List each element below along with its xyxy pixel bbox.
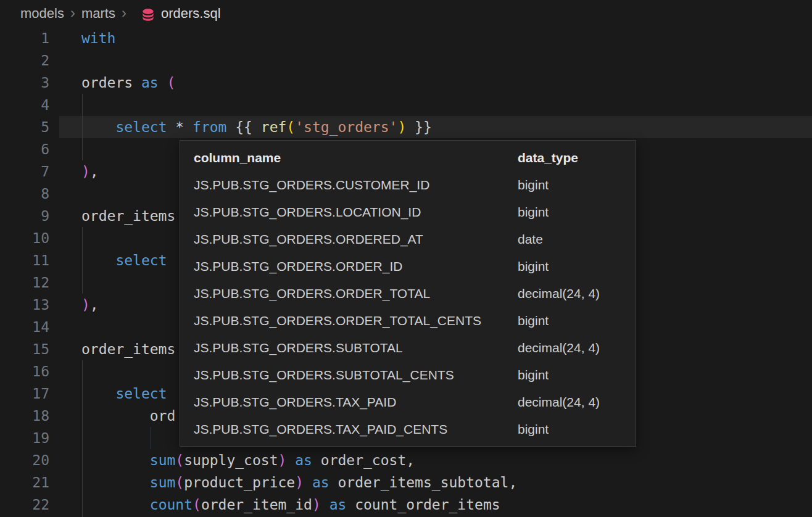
code-token: as <box>312 474 329 490</box>
column-name-cell: JS.PUB.STG_ORDERS.TAX_PAID_CENTS <box>194 416 518 443</box>
code-token: count <box>150 497 193 513</box>
code-text[interactable]: order_items <box>81 338 175 360</box>
code-text[interactable]: ), <box>81 294 99 316</box>
code-token <box>81 252 115 268</box>
column-name-cell: JS.PUB.STG_ORDERS.CUSTOMER_ID <box>194 172 518 199</box>
line-number[interactable]: 1 <box>0 27 49 49</box>
line-number[interactable]: 13 <box>0 294 49 316</box>
code-text[interactable]: select * from {{ ref('stg_orders') }} <box>81 116 432 138</box>
code-token: as <box>329 497 347 513</box>
code-line-21[interactable]: 21 sum(product_price) as order_items_sub… <box>0 471 812 494</box>
line-number[interactable]: 16 <box>0 360 49 383</box>
code-token: order_items <box>81 341 175 357</box>
code-token: order_item_id <box>201 497 312 513</box>
hover-table-row: JS.PUB.STG_ORDERS.ORDERED_ATdate <box>194 226 636 253</box>
hover-table-row: JS.PUB.STG_ORDERS.LOCATION_IDbigint <box>194 199 636 226</box>
code-token: ( <box>167 75 176 91</box>
line-number[interactable]: 4 <box>0 94 49 116</box>
code-token: ord <box>81 408 175 424</box>
line-number[interactable]: 14 <box>0 316 49 338</box>
code-token: order_items_subtotal, <box>329 474 518 490</box>
code-line-3[interactable]: 3orders as ( <box>0 72 812 94</box>
code-line-20[interactable]: 20 sum(supply_cost) as order_cost, <box>0 449 812 471</box>
code-line-2[interactable]: 2 <box>0 49 812 72</box>
data-type-cell: decimal(24, 4) <box>518 280 636 307</box>
code-text[interactable]: ord <box>81 405 175 427</box>
code-text[interactable]: count(order_item_id) as count_order_item… <box>81 494 500 516</box>
code-line-1[interactable]: 1with <box>0 27 812 49</box>
line-number[interactable]: 3 <box>0 72 49 94</box>
data-type-header: data_type <box>518 144 636 172</box>
code-text[interactable]: select <box>81 383 167 405</box>
line-number[interactable]: 21 <box>0 471 49 494</box>
indent-guide <box>82 94 83 160</box>
chevron-right-icon: › <box>122 4 126 22</box>
line-number[interactable]: 7 <box>0 160 49 183</box>
data-type-cell: decimal(24, 4) <box>518 389 636 416</box>
breadcrumb-item-marts[interactable]: marts <box>81 6 115 22</box>
data-type-cell: bigint <box>518 307 636 334</box>
code-line-4[interactable]: 4 <box>0 94 812 116</box>
code-token: ) <box>312 497 321 513</box>
code-token: as <box>141 75 159 91</box>
code-line-5[interactable]: 5 select * from {{ ref('stg_orders') }} <box>0 116 812 138</box>
line-number[interactable]: 19 <box>0 427 49 449</box>
code-token: , <box>90 163 99 180</box>
line-number[interactable]: 17 <box>0 383 49 405</box>
line-number[interactable]: 9 <box>0 205 49 227</box>
indent-guide <box>151 427 151 449</box>
code-token <box>321 497 329 513</box>
line-number[interactable]: 20 <box>0 449 49 471</box>
line-number[interactable]: 6 <box>0 138 49 160</box>
code-token: ) <box>81 297 90 313</box>
line-number[interactable]: 11 <box>0 249 49 271</box>
code-line-22[interactable]: 22 count(order_item_id) as count_order_i… <box>0 494 812 516</box>
line-number[interactable]: 15 <box>0 338 49 360</box>
column-name-cell: JS.PUB.STG_ORDERS.LOCATION_ID <box>194 199 518 226</box>
code-token: ( <box>193 497 201 513</box>
hover-table-row: JS.PUB.STG_ORDERS.ORDER_TOTALdecimal(24,… <box>194 280 636 307</box>
code-text[interactable]: sum(supply_cost) as order_cost, <box>81 449 415 471</box>
code-token: ( <box>175 452 184 468</box>
column-name-cell: JS.PUB.STG_ORDERS.ORDERED_AT <box>194 226 518 253</box>
column-name-header: column_name <box>194 144 518 172</box>
code-token: ) <box>278 452 287 468</box>
line-number[interactable]: 2 <box>0 49 49 72</box>
database-icon <box>140 7 156 23</box>
code-token: 'stg_orders' <box>295 119 397 135</box>
indent-guide <box>82 227 83 294</box>
hover-table-row: JS.PUB.STG_ORDERS.SUBTOTAL_CENTSbigint <box>194 362 636 389</box>
code-token: order_items <box>81 208 175 224</box>
code-text[interactable]: sum(product_price) as order_items_subtot… <box>81 471 517 494</box>
line-number[interactable]: 8 <box>0 183 49 205</box>
line-number[interactable]: 12 <box>0 271 49 294</box>
hover-table-row: JS.PUB.STG_ORDERS.CUSTOMER_IDbigint <box>194 172 636 199</box>
code-token <box>81 119 115 135</box>
breadcrumb-item-models[interactable]: models <box>20 6 64 22</box>
editor-window: models › marts › orders.sql 1with23order… <box>0 0 812 517</box>
breadcrumb-item-file[interactable]: orders.sql <box>161 6 221 22</box>
data-type-cell: bigint <box>518 362 636 389</box>
code-token <box>286 452 295 468</box>
code-text[interactable]: with <box>81 27 115 49</box>
code-token: count_order_items <box>346 497 500 513</box>
code-token: ) <box>295 474 304 490</box>
line-number[interactable]: 10 <box>0 227 49 249</box>
code-text[interactable]: ), <box>81 160 99 183</box>
code-token: from <box>193 119 226 135</box>
code-token <box>81 474 150 490</box>
hover-popup: column_name data_type JS.PUB.STG_ORDERS.… <box>180 140 636 447</box>
code-token <box>81 497 150 513</box>
data-type-cell: date <box>518 226 636 253</box>
code-text[interactable]: orders as ( <box>81 72 175 94</box>
line-number[interactable]: 18 <box>0 405 49 427</box>
column-name-cell: JS.PUB.STG_ORDERS.ORDER_TOTAL_CENTS <box>194 307 518 334</box>
column-name-cell: JS.PUB.STG_ORDERS.SUBTOTAL_CENTS <box>194 362 518 389</box>
column-name-cell: JS.PUB.STG_ORDERS.ORDER_TOTAL <box>194 280 518 307</box>
code-token: select <box>115 252 167 268</box>
code-token: supply_cost <box>184 452 278 468</box>
line-number[interactable]: 5 <box>0 116 49 138</box>
line-number[interactable]: 22 <box>0 494 49 516</box>
code-text[interactable]: select <box>81 249 167 271</box>
code-text[interactable]: order_items <box>81 205 175 227</box>
